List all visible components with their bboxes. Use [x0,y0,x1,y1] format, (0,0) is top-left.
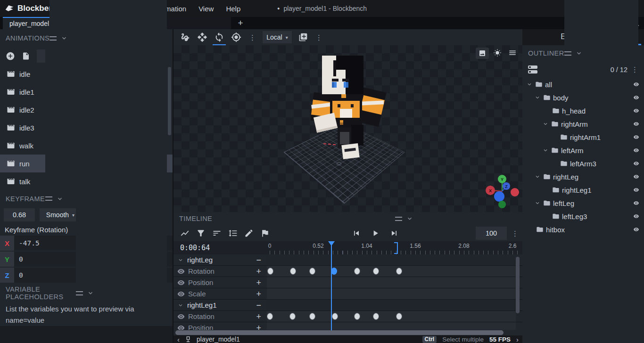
keyframe-dot[interactable] [396,268,402,275]
keyframe-dot[interactable] [267,313,273,320]
outliner-node-rightarm[interactable]: rightArm [522,117,644,131]
add-keyframe-button[interactable]: + [256,290,261,298]
back-chevron-icon[interactable]: ‹ [177,335,180,343]
collapse-track-button[interactable]: − [256,301,261,310]
outliner-more-icon[interactable]: ⋮ [631,66,638,73]
chevron-down-icon[interactable] [542,147,549,154]
forward-chevron-icon[interactable]: › [516,335,519,343]
chevron-down-icon[interactable] [534,94,541,101]
track-channel-position[interactable]: Position + [173,277,522,288]
add-keyframe-layer-icon[interactable] [298,33,308,42]
line-spacing-icon[interactable] [228,229,238,238]
toolbar-more-icon[interactable]: ⋮ [249,34,256,41]
panel-drag-handle-icon[interactable] [50,36,57,41]
track-channel-scale[interactable]: Scale + [173,288,522,300]
panel-drag-handle-icon[interactable] [564,51,571,56]
toggle-list-icon[interactable] [528,65,537,74]
add-animation-icon[interactable] [6,51,15,61]
outliner-node-all[interactable]: all [522,78,644,91]
visibility-icon[interactable] [633,213,639,219]
visibility-icon[interactable] [633,187,639,193]
keyframe-dot[interactable] [373,268,379,275]
coord-space-select[interactable]: Local ▾ [263,31,292,43]
sort-icon[interactable] [212,229,222,238]
view-gizmo[interactable]: Y X Z [485,172,521,210]
visibility-icon[interactable] [633,161,639,166]
track-channel-position[interactable]: Position + [173,322,522,330]
panel-collapse-icon[interactable] [575,49,583,57]
panel-collapse-icon[interactable] [406,215,413,222]
panel-collapse-icon[interactable] [56,195,64,203]
outliner-node-leftleg3[interactable]: leftLeg3 [522,210,644,223]
panel-drag-handle-icon[interactable] [45,196,52,201]
outliner-node-h-head[interactable]: h_head [522,104,644,117]
keyframe-dot[interactable] [290,268,296,275]
player-model-preview[interactable] [306,52,396,170]
menu-view[interactable]: View [194,2,218,16]
track-group-rightleg1[interactable]: rightLeg1 − [173,300,522,311]
visibility-icon[interactable] [633,134,639,140]
visibility-icon[interactable] [633,147,639,153]
channel-eye-icon[interactable] [177,324,185,330]
keyframe-dot[interactable] [309,313,315,320]
chevron-down-icon[interactable] [177,302,184,309]
keyframe-dot[interactable] [289,313,296,320]
timeline-zoom-input[interactable]: 100 [476,227,507,240]
pivot-tool-icon[interactable] [231,32,241,42]
timeline-ruler[interactable]: 0:00:64 0 0.52 1.04 1.56 2.08 2.6 [173,241,522,254]
timeline-more-icon[interactable]: ⋮ [512,230,519,237]
new-tab-button[interactable]: + [234,17,247,29]
variables-textarea[interactable] [0,326,173,343]
animations-scrollbar[interactable] [168,67,171,135]
outliner-node-leftarm3[interactable]: leftArm3 [522,157,644,170]
add-keyframe-button[interactable]: + [256,267,261,276]
visibility-icon[interactable] [633,227,639,232]
play-button-icon[interactable] [371,229,380,238]
track-group-rightleg[interactable]: rightLeg − [173,254,522,266]
panel-collapse-icon[interactable] [87,289,94,297]
track-channel-rotation[interactable]: Rotation + [173,266,522,277]
toolbar-more-icon[interactable]: ⋮ [315,34,322,41]
chevron-down-icon[interactable] [542,121,549,127]
chevron-down-icon[interactable] [534,200,541,206]
keyframe-dot[interactable] [373,313,379,320]
timeline-vertical-scrollbar[interactable] [516,257,520,313]
chevron-down-icon[interactable] [177,257,184,263]
flag-marker-icon[interactable] [260,229,270,238]
visibility-icon[interactable] [633,121,639,127]
chevron-down-icon[interactable] [526,81,533,88]
animation-end-marker[interactable] [395,242,398,254]
move-tool-icon[interactable] [197,32,207,42]
keyframe-dot[interactable] [332,313,338,320]
outliner-node-hitbox[interactable]: hitbox [522,223,644,236]
keyframe-time-input[interactable]: 0.68 [4,208,35,221]
load-animation-file-icon[interactable] [22,52,30,60]
add-keyframe-button[interactable]: + [256,312,261,321]
add-keyframe-button[interactable]: + [256,324,261,330]
playhead-handle[interactable] [328,241,335,246]
filter-icon[interactable] [196,229,206,238]
channel-eye-icon[interactable] [177,268,185,275]
panel-collapse-icon[interactable] [60,34,68,42]
channel-eye-icon[interactable] [177,279,185,286]
channel-eye-icon[interactable] [177,313,185,320]
keyframe-dot[interactable] [309,268,315,275]
edit-pencil-icon[interactable] [244,229,254,238]
outliner-node-leftarm[interactable]: leftArm [522,144,644,157]
visibility-icon[interactable] [633,95,639,100]
jump-to-end-icon[interactable] [389,229,399,238]
lighting-icon[interactable] [493,49,502,57]
jump-to-start-icon[interactable] [352,229,361,238]
chevron-down-icon[interactable] [534,173,541,180]
collapse-track-button[interactable]: − [256,256,261,264]
menu-help[interactable]: Help [221,2,245,16]
interpolation-select[interactable]: Smooth ▾ [40,208,81,221]
outliner-node-body[interactable]: body [522,91,644,104]
background-image-icon[interactable] [476,48,489,59]
keyframe-dot[interactable] [267,268,273,275]
panel-drag-handle-icon[interactable] [76,291,83,295]
graph-editor-icon[interactable] [180,229,190,238]
timeline-horizontal-scrollbar[interactable] [175,330,504,335]
outliner-node-rightleg1[interactable]: rightLeg1 [522,183,644,196]
visibility-icon[interactable] [633,200,639,206]
